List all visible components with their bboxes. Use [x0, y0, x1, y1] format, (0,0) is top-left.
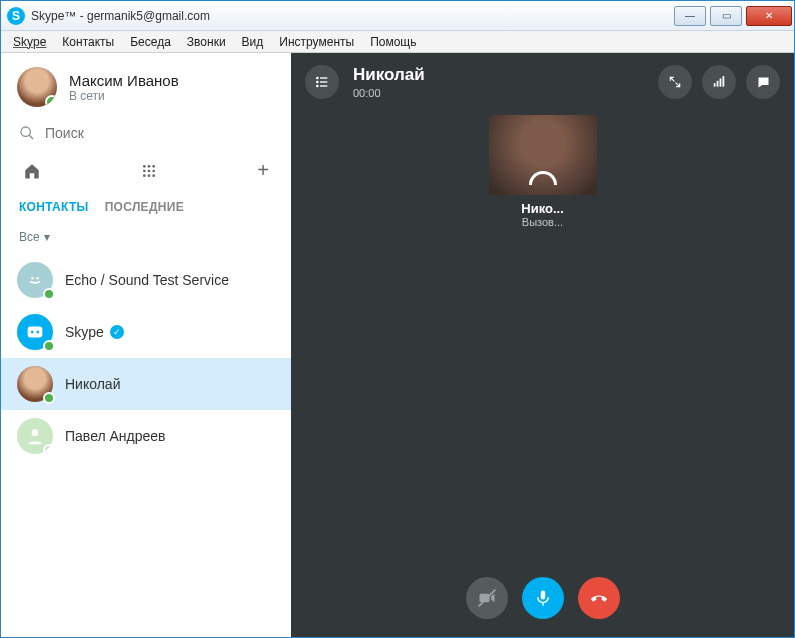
callee-name: Николай [353, 65, 425, 85]
profile-name: Максим Иванов [69, 72, 179, 89]
search-row[interactable] [1, 115, 291, 151]
call-body: Нико... Вызов... [291, 115, 794, 228]
svg-rect-19 [320, 77, 327, 78]
svg-point-7 [152, 169, 155, 172]
svg-point-6 [148, 169, 151, 172]
contact-avatar [17, 418, 53, 454]
svg-point-11 [27, 272, 44, 289]
profile-avatar [17, 67, 57, 107]
svg-rect-23 [320, 85, 327, 86]
call-timer: 00:00 [353, 87, 425, 99]
call-panel: Николай 00:00 Нико... Вызов... [291, 53, 794, 637]
call-quality-button[interactable] [702, 65, 736, 99]
svg-point-3 [148, 165, 151, 168]
presence-indicator [43, 288, 55, 300]
fullscreen-button[interactable] [658, 65, 692, 99]
svg-point-20 [316, 81, 319, 84]
menu-conversation[interactable]: Беседа [124, 33, 177, 51]
menu-calls[interactable]: Звонки [181, 33, 232, 51]
thumbnail-status: Вызов... [522, 216, 563, 228]
tab-recent[interactable]: ПОСЛЕДНИЕ [105, 200, 184, 214]
call-header: Николай 00:00 [291, 53, 794, 111]
filter-label: Все [19, 230, 40, 244]
tab-contacts[interactable]: КОНТАКТЫ [19, 200, 89, 214]
svg-point-13 [36, 277, 39, 280]
svg-rect-14 [28, 327, 43, 338]
end-call-button[interactable] [578, 577, 620, 619]
contact-name: Павел Андреев [65, 428, 166, 444]
phone-icon [529, 171, 557, 185]
menu-contacts[interactable]: Контакты [56, 33, 120, 51]
contact-avatar [17, 314, 53, 350]
contact-item[interactable]: Echo / Sound Test Service [1, 254, 291, 306]
microphone-button[interactable] [522, 577, 564, 619]
svg-point-10 [152, 174, 155, 177]
profile-section[interactable]: Максим Иванов В сети [1, 53, 291, 115]
contact-item[interactable]: Skype ✓ [1, 306, 291, 358]
contact-name: Skype ✓ [65, 324, 124, 340]
profile-status: В сети [69, 89, 179, 103]
window-controls: — ▭ ✕ [674, 6, 794, 26]
contact-name: Николай [65, 376, 120, 392]
svg-point-0 [21, 127, 30, 136]
skype-app-icon: S [7, 7, 25, 25]
presence-indicator [43, 444, 55, 456]
filter-dropdown[interactable]: Все ▾ [1, 224, 291, 254]
svg-rect-24 [714, 83, 716, 87]
contacts-list: Echo / Sound Test Service Skype ✓ Никола… [1, 254, 291, 637]
home-icon[interactable] [23, 162, 41, 180]
svg-point-2 [143, 165, 146, 168]
svg-rect-21 [320, 81, 327, 82]
svg-point-22 [316, 85, 319, 88]
add-icon[interactable]: + [257, 159, 269, 182]
maximize-button[interactable]: ▭ [710, 6, 742, 26]
svg-line-1 [29, 135, 33, 139]
chat-button[interactable] [746, 65, 780, 99]
svg-rect-27 [723, 76, 725, 87]
svg-rect-26 [720, 79, 722, 87]
presence-indicator [45, 95, 57, 107]
menu-tools[interactable]: Инструменты [273, 33, 360, 51]
svg-rect-30 [540, 591, 545, 600]
presence-indicator [43, 392, 55, 404]
search-icon [19, 125, 35, 141]
thumbnail-name: Нико... [521, 201, 564, 216]
video-toggle-button[interactable] [466, 577, 508, 619]
titlebar: S Skype™ - germanik5@gmail.com — ▭ ✕ [1, 1, 794, 31]
contact-item[interactable]: Павел Андреев [1, 410, 291, 462]
menu-view[interactable]: Вид [236, 33, 270, 51]
svg-point-18 [316, 77, 319, 80]
menu-help[interactable]: Помощь [364, 33, 422, 51]
sidebar: Максим Иванов В сети + КОНТАКТЫ ПОСЛЕДНИ… [1, 53, 291, 637]
svg-rect-25 [717, 81, 719, 87]
presence-indicator [43, 340, 55, 352]
chevron-down-icon: ▾ [44, 230, 50, 244]
contact-avatar [17, 262, 53, 298]
window-title: Skype™ - germanik5@gmail.com [31, 9, 210, 23]
svg-point-5 [143, 169, 146, 172]
verified-badge-icon: ✓ [110, 325, 124, 339]
contact-avatar [17, 366, 53, 402]
minimize-button[interactable]: — [674, 6, 706, 26]
contact-item[interactable]: Николай [1, 358, 291, 410]
close-button[interactable]: ✕ [746, 6, 792, 26]
svg-point-16 [36, 331, 39, 334]
svg-point-9 [148, 174, 151, 177]
nav-icons: + [1, 151, 291, 192]
conversation-list-button[interactable] [305, 65, 339, 99]
svg-point-4 [152, 165, 155, 168]
tabs: КОНТАКТЫ ПОСЛЕДНИЕ [1, 192, 291, 224]
video-thumbnail[interactable] [489, 115, 597, 195]
call-controls [291, 577, 794, 619]
dialpad-icon[interactable] [141, 163, 157, 179]
menubar: Skype Контакты Беседа Звонки Вид Инструм… [1, 31, 794, 53]
contact-name: Echo / Sound Test Service [65, 272, 229, 288]
svg-point-15 [31, 331, 34, 334]
menu-skype[interactable]: Skype [7, 33, 52, 51]
svg-point-8 [143, 174, 146, 177]
svg-point-12 [31, 277, 34, 280]
search-input[interactable] [45, 125, 273, 141]
svg-point-17 [32, 429, 39, 436]
